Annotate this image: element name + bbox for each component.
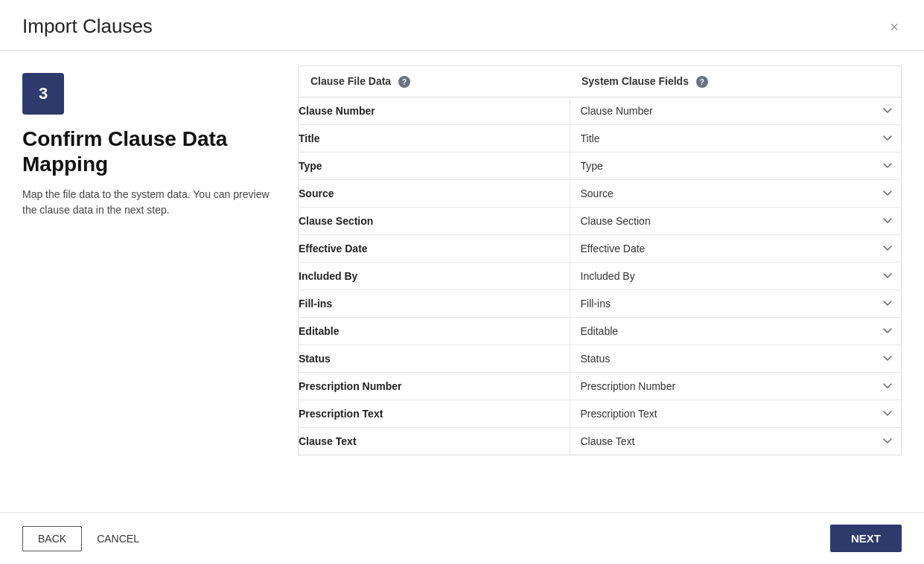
field-select-cell: Clause NumberTitleTypeSourceClause Secti… [570,428,902,455]
field-label: Editable [299,318,570,345]
field-select-clause-number[interactable]: Clause NumberTitleTypeSourceClause Secti… [570,97,902,124]
table-row: Prescription TextClause NumberTitleTypeS… [299,400,902,428]
left-panel: 3 Confirm Clause Data Mapping Map the fi… [0,51,298,512]
field-select-editable[interactable]: Clause NumberTitleTypeSourceClause Secti… [570,318,902,345]
step-title: Confirm Clause Data Mapping [22,126,275,176]
right-panel: Clause File Data ? System Clause Fields … [298,51,924,512]
table-header-row: Clause File Data ? System Clause Fields … [299,66,902,97]
table-row: Clause SectionClause NumberTitleTypeSour… [299,208,902,235]
cancel-button[interactable]: CANCEL [94,527,142,551]
field-label: Effective Date [299,235,570,263]
field-select-cell: Clause NumberTitleTypeSourceClause Secti… [570,345,902,373]
field-select-status[interactable]: Clause NumberTitleTypeSourceClause Secti… [570,345,902,372]
col1-header: Clause File Data ? [299,66,570,97]
table-row: EditableClause NumberTitleTypeSourceClau… [299,318,902,345]
modal-header: Import Clauses × [0,0,924,51]
field-select-prescription-number[interactable]: Clause NumberTitleTypeSourceClause Secti… [570,373,902,400]
col1-help-icon[interactable]: ? [398,76,410,88]
field-select-included-by[interactable]: Clause NumberTitleTypeSourceClause Secti… [570,263,902,289]
field-select-type[interactable]: Clause NumberTitleTypeSourceClause Secti… [570,153,902,179]
table-row: Effective DateClause NumberTitleTypeSour… [299,235,902,263]
table-row: Fill-insClause NumberTitleTypeSourceClau… [299,290,902,318]
field-label: Clause Section [299,208,570,235]
field-label: Status [299,345,570,373]
field-label: Included By [299,263,570,290]
col2-help-icon[interactable]: ? [696,76,708,88]
field-select-cell: Clause NumberTitleTypeSourceClause Secti… [570,208,902,235]
field-select-title[interactable]: Clause NumberTitleTypeSourceClause Secti… [570,125,902,152]
field-select-cell: Clause NumberTitleTypeSourceClause Secti… [570,153,902,180]
field-select-cell: Clause NumberTitleTypeSourceClause Secti… [570,400,902,428]
footer-left-actions: BACK CANCEL [22,526,142,551]
table-row: Included ByClause NumberTitleTypeSourceC… [299,263,902,290]
table-row: StatusClause NumberTitleTypeSourceClause… [299,345,902,373]
field-select-cell: Clause NumberTitleTypeSourceClause Secti… [570,290,902,318]
field-label: Clause Number [299,97,570,125]
field-select-cell: Clause NumberTitleTypeSourceClause Secti… [570,97,902,125]
field-select-cell: Clause NumberTitleTypeSourceClause Secti… [570,373,902,400]
field-select-effective-date[interactable]: Clause NumberTitleTypeSourceClause Secti… [570,235,902,262]
step-description: Map the file data to the system data. Yo… [22,187,275,218]
next-button[interactable]: NEXT [830,525,902,552]
field-label: Prescription Text [299,400,570,428]
field-select-cell: Clause NumberTitleTypeSourceClause Secti… [570,180,902,208]
modal-title: Import Clauses [22,15,153,38]
field-select-prescription-text[interactable]: Clause NumberTitleTypeSourceClause Secti… [570,400,902,427]
field-label: Source [299,180,570,208]
table-row: SourceClause NumberTitleTypeSourceClause… [299,180,902,208]
mapping-table: Clause File Data ? System Clause Fields … [298,65,902,455]
field-select-clause-text[interactable]: Clause NumberTitleTypeSourceClause Secti… [570,428,902,455]
back-button[interactable]: BACK [22,526,82,551]
modal-body: 3 Confirm Clause Data Mapping Map the fi… [0,51,924,512]
field-select-cell: Clause NumberTitleTypeSourceClause Secti… [570,263,902,290]
table-row: Clause TextClause NumberTitleTypeSourceC… [299,428,902,455]
table-row: TypeClause NumberTitleTypeSourceClause S… [299,153,902,180]
field-select-cell: Clause NumberTitleTypeSourceClause Secti… [570,318,902,345]
field-select-cell: Clause NumberTitleTypeSourceClause Secti… [570,235,902,263]
field-label: Prescription Number [299,373,570,400]
field-select-source[interactable]: Clause NumberTitleTypeSourceClause Secti… [570,180,902,207]
field-select-clause-section[interactable]: Clause NumberTitleTypeSourceClause Secti… [570,208,902,234]
field-label: Type [299,153,570,180]
field-label: Clause Text [299,428,570,455]
field-select-fill-ins[interactable]: Clause NumberTitleTypeSourceClause Secti… [570,290,902,317]
col2-header: System Clause Fields ? [570,66,902,97]
field-select-cell: Clause NumberTitleTypeSourceClause Secti… [570,125,902,153]
close-button[interactable]: × [887,16,902,37]
table-row: Clause NumberClause NumberTitleTypeSourc… [299,97,902,125]
table-row: TitleClause NumberTitleTypeSourceClause … [299,125,902,153]
field-label: Fill-ins [299,290,570,318]
table-row: Prescription NumberClause NumberTitleTyp… [299,373,902,400]
field-label: Title [299,125,570,153]
mapping-table-body: Clause NumberClause NumberTitleTypeSourc… [299,97,902,455]
step-badge: 3 [22,73,64,115]
modal-footer: BACK CANCEL NEXT [0,512,924,564]
